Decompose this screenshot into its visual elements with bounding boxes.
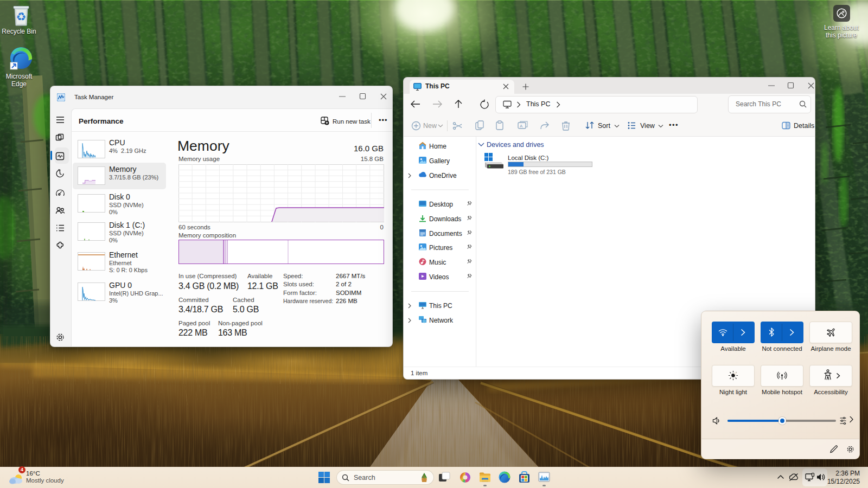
svg-text:Music: Music [429, 259, 446, 266]
svg-text:Desktop: Desktop [429, 201, 453, 208]
svg-text:A: A [520, 124, 523, 129]
svg-text:Documents: Documents [429, 230, 462, 237]
svg-text:Videos: Videos [429, 273, 449, 281]
svg-text:Downloads: Downloads [429, 215, 461, 223]
svg-text:This PC: This PC [429, 302, 452, 310]
svg-text:OneDrive: OneDrive [429, 172, 457, 179]
svg-text:Pictures: Pictures [429, 244, 452, 252]
svg-text:Gallery: Gallery [429, 157, 450, 165]
svg-text:Network: Network [429, 317, 454, 324]
svg-text:♻: ♻ [16, 10, 27, 23]
svg-text:Home: Home [429, 143, 446, 150]
